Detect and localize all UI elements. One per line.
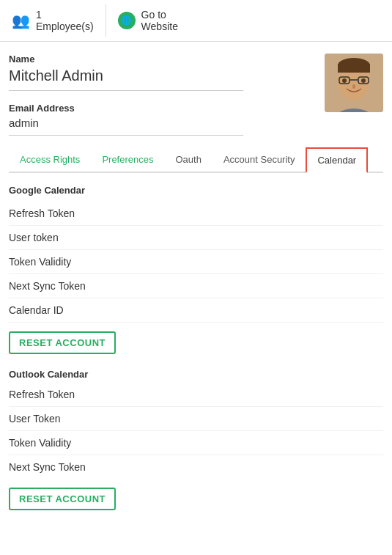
svg-point-9 <box>361 78 366 83</box>
avatar-image <box>325 54 383 112</box>
google-next-sync-token: Next Sync Token <box>9 274 383 298</box>
tabs: Access Rights Preferences Oauth Account … <box>9 147 383 173</box>
employees-nav[interactable]: 👥 1 Employee(s) <box>0 4 106 37</box>
outlook-next-sync-token: Next Sync Token <box>9 455 383 479</box>
google-calendar-id: Calendar ID <box>9 298 383 323</box>
google-refresh-token: Refresh Token <box>9 202 383 226</box>
employees-icon: 👥 <box>12 12 30 29</box>
outlook-user-token: User Token <box>9 407 383 431</box>
tab-oauth[interactable]: Oauth <box>164 147 212 173</box>
employees-count: 1 <box>36 9 94 21</box>
employees-label: Employee(s) <box>36 21 94 32</box>
google-reset-account-button[interactable]: RESET ACCOUNT <box>9 331 116 354</box>
google-token-validity: Token Validity <box>9 250 383 274</box>
employees-info: 1 Employee(s) <box>36 9 94 32</box>
tab-preferences[interactable]: Preferences <box>91 147 164 173</box>
avatar <box>325 54 383 112</box>
svg-rect-4 <box>338 64 370 73</box>
top-bar: 👥 1 Employee(s) 🌐 Go to Website <box>0 0 392 42</box>
goto-label: Go to <box>141 9 178 21</box>
email-value: admin <box>9 117 243 136</box>
website-label: Website <box>141 21 178 32</box>
svg-point-8 <box>342 78 347 83</box>
outlook-refresh-token: Refresh Token <box>9 383 383 407</box>
tab-calendar[interactable]: Calendar <box>306 147 368 173</box>
globe-icon: 🌐 <box>118 12 136 29</box>
main-content: Name Mitchell Admin Email Address admin … <box>0 42 392 531</box>
google-calendar-title: Google Calendar <box>9 185 383 196</box>
outlook-token-validity: Token Validity <box>9 431 383 455</box>
outlook-calendar-title: Outlook Calendar <box>9 369 383 380</box>
svg-point-10 <box>352 84 355 89</box>
goto-website-nav[interactable]: 🌐 Go to Website <box>106 4 190 37</box>
google-user-token: User token <box>9 226 383 250</box>
tab-access-rights[interactable]: Access Rights <box>9 147 91 173</box>
goto-info: Go to Website <box>141 9 178 32</box>
calendar-tab-content: Google Calendar Refresh Token User token… <box>9 173 383 531</box>
name-value: Mitchell Admin <box>9 67 243 91</box>
tab-account-security[interactable]: Account Security <box>212 147 306 173</box>
outlook-reset-account-button[interactable]: RESET ACCOUNT <box>9 488 116 510</box>
